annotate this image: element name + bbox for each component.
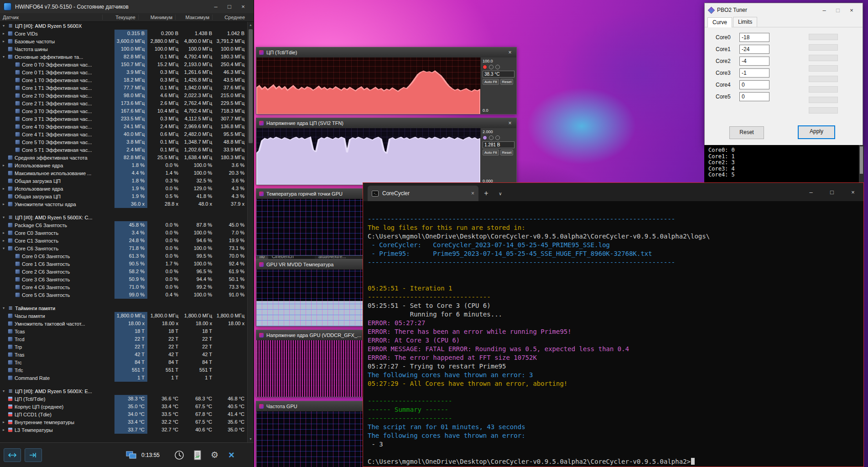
- expand-arrow-icon[interactable]: ▸: [1, 202, 6, 206]
- pbo2-titlebar[interactable]: PBO2 Tuner – □ ×: [705, 3, 863, 17]
- sensor-row[interactable]: ▸Базовые частоты3,600.0 МГц2,880.0 МГц4,…: [0, 37, 247, 45]
- sensor-row[interactable]: Core 1 C6 Занятость90.5 %1.7 %100.0 %92.…: [0, 260, 247, 268]
- sensor-row[interactable]: ЦП CCD1 (Tdie)34.0 °C33.5 °C67.8 °C41.4 …: [0, 410, 247, 418]
- terminal-maximize-button[interactable]: □: [821, 183, 842, 201]
- reset-button[interactable]: Reset: [500, 79, 514, 85]
- sensor-row[interactable]: Core 0 C6 Занятость61.3 %0.0 %99.5 %70.0…: [0, 252, 247, 260]
- expand-arrow-icon[interactable]: ▸: [1, 31, 6, 36]
- sensor-scrollbar[interactable]: ▲ ▼: [247, 22, 254, 442]
- column-maximum[interactable]: Максимум: [175, 15, 212, 20]
- graph-titlebar[interactable]: ЦП (Tctl/Tdie)×: [256, 47, 516, 57]
- new-tab-button[interactable]: +: [478, 186, 494, 201]
- hwinfo-minimize-button[interactable]: –: [209, 3, 223, 10]
- reset-button[interactable]: Reset: [729, 126, 764, 139]
- sensor-row[interactable]: Tcas18 T18 T18 T: [0, 327, 247, 335]
- sensor-group-row[interactable]: ▾≣ЦП [#0]: AMD Ryzen 5 5600X: [0, 22, 247, 30]
- hwinfo-titlebar[interactable]: HWiNFO64 v7.50-5150 - Состояние датчиков…: [0, 0, 254, 13]
- terminal-tab-corecycler[interactable]: >_ CoreCycler ×: [368, 186, 478, 201]
- color-dot[interactable]: [495, 65, 500, 69]
- sensor-row[interactable]: ▾Core C6 Занятость71.8 %0.0 %100.0 %73.1…: [0, 244, 247, 252]
- expand-arrow-icon[interactable]: ▸: [1, 163, 6, 167]
- sensor-row[interactable]: Core 4 T0 Эффективная час...24.1 МГц2.4 …: [0, 123, 247, 130]
- auto-fit-button[interactable]: Auto Fit: [483, 79, 499, 85]
- sensor-row[interactable]: Core 2 T0 Эффективная час...98.0 МГц4.6 …: [0, 92, 247, 99]
- hwinfo-close-button[interactable]: ×: [236, 3, 250, 10]
- sensor-row[interactable]: Core 0 T0 Эффективная час...150.7 МГц15.…: [0, 61, 247, 68]
- sensor-row[interactable]: ▸L3 Температуры33.7 °C32.7 °C40.6 °C35.0…: [0, 426, 247, 434]
- expand-arrow-icon[interactable]: ▾: [1, 389, 6, 393]
- auto-fit-button[interactable]: Auto Fit: [483, 150, 499, 156]
- sensor-row[interactable]: Core 0 T1 Эффективная час...3.9 МГц0.3 М…: [0, 68, 247, 76]
- sensor-row[interactable]: Core 5 T0 Эффективная час...3.8 МГц0.1 М…: [0, 138, 247, 146]
- settings-gear-icon[interactable]: ⚙: [211, 450, 218, 460]
- sensor-row[interactable]: Core 3 T0 Эффективная час...167.6 МГц10.…: [0, 107, 247, 115]
- pbo2-maximize-button[interactable]: □: [831, 7, 845, 14]
- core-offset-input[interactable]: -1: [739, 68, 769, 78]
- sensor-row[interactable]: Часы памяти1,800.0 МГц1,800.0 МГц1,800.0…: [0, 312, 247, 320]
- sensor-row[interactable]: Core 4 C6 Занятость71.0 %0.0 %99.2 %73.3…: [0, 283, 247, 291]
- column-average[interactable]: Среднее: [212, 15, 248, 20]
- expand-arrow-icon[interactable]: ▸: [1, 239, 6, 243]
- core-offset-input[interactable]: -24: [739, 45, 769, 54]
- sensor-row[interactable]: Command Rate1 T1 T1 T: [0, 374, 247, 382]
- scroll-down-icon[interactable]: ▼: [248, 436, 254, 442]
- sensor-row[interactable]: Package C6 Занятость45.8 %0.0 %87.8 %45.…: [0, 221, 247, 229]
- sensor-row[interactable]: Частота шины100.0 МГц100.0 МГц100.0 МГц1…: [0, 45, 247, 53]
- sensor-row[interactable]: Core 1 T1 Эффективная час...77.7 МГц0.1 …: [0, 84, 247, 92]
- expand-arrow-icon[interactable]: ▸: [1, 428, 6, 432]
- sensor-row[interactable]: Общая загрузка ЦП1.9 %0.5 %41.8 %4.3 %: [0, 192, 247, 200]
- reset-button[interactable]: Reset: [500, 150, 514, 156]
- core-offset-input[interactable]: 0: [739, 92, 769, 101]
- core-offset-input[interactable]: -4: [739, 57, 769, 66]
- sensor-row[interactable]: Core 3 C6 Занятость50.9 %0.0 %94.4 %50.1…: [0, 275, 247, 283]
- expand-arrow-icon[interactable]: ▸: [1, 231, 6, 235]
- sensor-row[interactable]: ▾Основные эффективные та...82.8 МГц0.1 М…: [0, 53, 247, 61]
- tab-close-icon[interactable]: ×: [471, 190, 474, 197]
- sensor-row[interactable]: ▸Core C0 Занятость3.4 %0.0 %100.0 %7.0 %: [0, 229, 247, 237]
- active-color-dot[interactable]: [483, 65, 487, 69]
- sensor-row[interactable]: Core 2 T1 Эффективная час...173.6 МГц2.6…: [0, 99, 247, 107]
- color-dot[interactable]: [489, 65, 494, 69]
- terminal-close-button[interactable]: ×: [842, 183, 863, 201]
- color-dot[interactable]: [489, 135, 494, 140]
- scrollbar-thumb[interactable]: [860, 146, 863, 174]
- expand-arrow-icon[interactable]: ▾: [1, 306, 6, 310]
- tab-dropdown-icon[interactable]: ∨: [494, 186, 507, 201]
- sensor-row[interactable]: Core 5 C6 Занятость99.0 %0.4 %100.0 %91.…: [0, 291, 247, 299]
- core-offset-input[interactable]: 0: [739, 80, 769, 89]
- monitors-button[interactable]: [126, 451, 137, 460]
- hwinfo-maximize-button[interactable]: □: [223, 3, 236, 10]
- column-sensor[interactable]: Датчик: [0, 15, 102, 20]
- expand-arrow-icon[interactable]: ▾: [1, 215, 6, 219]
- pbo2-minimize-button[interactable]: –: [817, 7, 831, 14]
- prev-next-sensors-button[interactable]: [4, 448, 21, 462]
- terminal-minimize-button[interactable]: –: [800, 183, 821, 201]
- sensor-row[interactable]: Core 3 T1 Эффективная час...233.5 МГц0.3…: [0, 115, 247, 123]
- sensor-row[interactable]: Средняя эффективная частота82.8 МГц25.5 …: [0, 154, 247, 161]
- sensor-row[interactable]: Корпус ЦП (среднее)35.0 °C33.4 °C67.5 °C…: [0, 403, 247, 410]
- exit-button[interactable]: ×: [229, 449, 234, 461]
- sensor-row[interactable]: ▸Core C1 Занятость24.8 %0.0 %94.6 %19.9 …: [0, 237, 247, 244]
- pbo2-close-button[interactable]: ×: [845, 7, 858, 14]
- sensor-row[interactable]: Trc84 T84 T84 T: [0, 358, 247, 366]
- column-current[interactable]: Текущее: [102, 15, 138, 20]
- sensor-row[interactable]: ▸Умножители частоты ядра36.0 x28.8 x48.0…: [0, 200, 247, 208]
- expand-arrow-icon[interactable]: ▸: [1, 420, 6, 424]
- terminal-titlebar[interactable]: >_ CoreCycler × + ∨ – □ ×: [363, 183, 863, 201]
- sensor-row[interactable]: Trp22 T22 T22 T: [0, 343, 247, 351]
- skip-sensors-button[interactable]: [25, 448, 42, 462]
- sensor-row[interactable]: Максимальное использование ...4.4 %1.4 %…: [0, 169, 247, 177]
- sensor-row[interactable]: ▸Внутренние температуры33.4 °C32.2 °C67.…: [0, 418, 247, 426]
- expand-arrow-icon[interactable]: ▾: [1, 24, 6, 28]
- column-minimum[interactable]: Минимум: [138, 15, 175, 20]
- close-icon[interactable]: ×: [506, 120, 514, 126]
- expand-arrow-icon[interactable]: ▸: [1, 187, 6, 191]
- expand-arrow-icon[interactable]: ▾: [1, 55, 6, 59]
- sensor-row[interactable]: ▸Core VIDs0.315 В0.200 В1.438 В1.042 В: [0, 30, 247, 37]
- sensor-row[interactable]: Trfc551 T551 T551 T: [0, 366, 247, 374]
- tab-limits[interactable]: Limits: [733, 17, 757, 27]
- sensor-row[interactable]: ▸Использование ядра1.9 %0.0 %129.0 %4.3 …: [0, 185, 247, 192]
- expand-arrow-icon[interactable]: ▾: [1, 246, 6, 250]
- sensor-group-row[interactable]: ▾≣ЦП [#0]: AMD Ryzen 5 5600X: C...: [0, 213, 247, 221]
- clock-button[interactable]: [174, 450, 184, 460]
